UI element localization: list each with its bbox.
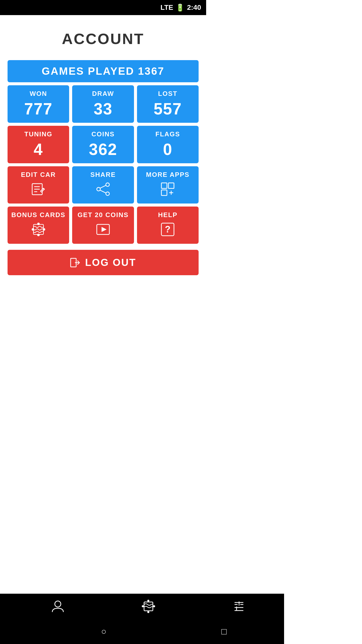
- lost-value: 557: [154, 100, 182, 118]
- svg-point-17: [37, 234, 40, 236]
- row-bonus-coins-help: BONUS CARDS GET 20 COINS: [8, 207, 199, 244]
- bonus-cards-button[interactable]: BONUS CARDS: [8, 207, 69, 244]
- flags-label: FLAGS: [155, 130, 180, 138]
- svg-line-8: [100, 185, 106, 188]
- signal-indicator: LTE: [160, 4, 173, 12]
- nav-account-button[interactable]: [51, 599, 65, 613]
- edit-car-button[interactable]: EDIT CAR: [8, 166, 69, 204]
- svg-point-30: [147, 600, 149, 602]
- account-nav-icon: [51, 599, 65, 613]
- get-20-coins-button[interactable]: GET 20 COINS: [72, 207, 134, 244]
- coins-label: COINS: [92, 130, 115, 138]
- won-card: WON 777: [8, 85, 69, 123]
- main-content: ACCOUNT GAMES PLAYED 1367 WON 777 DRAW 3…: [0, 15, 206, 462]
- logout-label: LOG OUT: [85, 257, 136, 268]
- svg-rect-10: [161, 183, 167, 188]
- svg-rect-12: [161, 190, 167, 195]
- svg-point-5: [106, 183, 109, 186]
- draw-value: 33: [94, 100, 112, 118]
- time-display: 2:40: [187, 4, 201, 12]
- more-apps-button[interactable]: MORE APPS: [137, 166, 199, 204]
- coins-value: 362: [89, 140, 117, 159]
- svg-point-6: [106, 192, 109, 195]
- logout-button[interactable]: LOG OUT: [8, 250, 199, 275]
- share-icon: [96, 182, 111, 199]
- help-label: HELP: [158, 211, 177, 219]
- svg-point-33: [153, 605, 155, 607]
- flags-card: FLAGS 0: [137, 126, 199, 163]
- more-apps-label: MORE APPS: [146, 171, 190, 179]
- battery-icon: 🔋: [176, 4, 185, 12]
- edit-car-label: EDIT CAR: [21, 171, 56, 179]
- bottom-nav: [0, 594, 206, 619]
- share-button[interactable]: SHARE: [72, 166, 134, 204]
- svg-point-18: [32, 228, 34, 231]
- lost-label: LOST: [158, 90, 177, 98]
- svg-point-32: [142, 605, 144, 607]
- nav-tuning-button[interactable]: [142, 599, 155, 613]
- svg-point-7: [97, 187, 100, 191]
- help-icon: ?: [160, 222, 175, 239]
- svg-point-16: [37, 223, 40, 225]
- svg-marker-21: [102, 227, 107, 232]
- stats-grid: GAMES PLAYED 1367 WON 777 DRAW 33 LOST 5…: [8, 60, 199, 244]
- row-tuning-coins-flags: TUNING 4 COINS 362 FLAGS 0: [8, 126, 199, 163]
- more-apps-icon: [160, 182, 175, 199]
- tuning-card: TUNING 4: [8, 126, 69, 163]
- svg-point-31: [147, 611, 149, 613]
- draw-card: DRAW 33: [72, 85, 134, 123]
- help-button[interactable]: HELP ?: [137, 207, 199, 244]
- bonus-cards-label: BONUS CARDS: [11, 211, 66, 219]
- svg-point-28: [55, 601, 61, 607]
- bonus-cards-icon: [31, 222, 46, 239]
- android-nav: ◁ ○ □: [0, 619, 206, 644]
- coins-card: COINS 362: [72, 126, 134, 163]
- status-bar: LTE 🔋 2:40: [0, 0, 206, 15]
- get-20-coins-label: GET 20 COINS: [77, 211, 128, 219]
- tuning-nav-icon: [142, 599, 155, 613]
- svg-rect-11: [168, 183, 174, 188]
- home-button[interactable]: ○: [101, 626, 106, 636]
- tuning-label: TUNING: [24, 130, 53, 138]
- page-title: ACCOUNT: [62, 30, 144, 48]
- games-played-bar: GAMES PLAYED 1367: [8, 60, 199, 82]
- flags-value: 0: [163, 140, 173, 159]
- row-edit-share-more: EDIT CAR SHARE: [8, 166, 199, 204]
- edit-car-icon: [31, 182, 46, 199]
- svg-line-9: [100, 190, 106, 193]
- tuning-value: 4: [34, 140, 43, 159]
- share-label: SHARE: [90, 171, 116, 179]
- won-label: WON: [30, 90, 47, 98]
- draw-label: DRAW: [92, 90, 114, 98]
- svg-text:?: ?: [165, 224, 170, 234]
- won-value: 777: [24, 100, 53, 118]
- get-20-coins-icon: [96, 222, 111, 239]
- row-won-draw-lost: WON 777 DRAW 33 LOST 557: [8, 85, 199, 123]
- svg-point-19: [43, 228, 45, 231]
- logout-icon: [70, 258, 80, 268]
- lost-card: LOST 557: [137, 85, 199, 123]
